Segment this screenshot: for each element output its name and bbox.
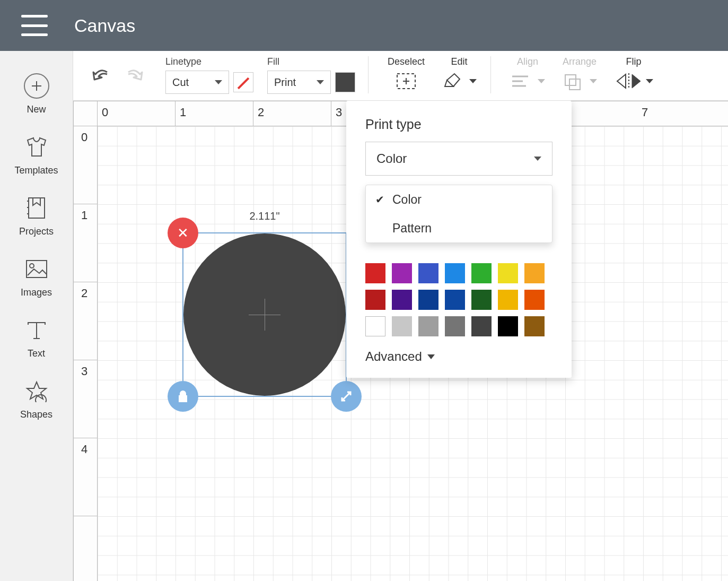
ruler-tick: 7 — [642, 106, 648, 119]
color-swatch[interactable] — [524, 263, 545, 283]
shapes-icon — [24, 378, 49, 404]
align-button: Align — [510, 56, 545, 92]
ruler-tick: 0 — [81, 131, 87, 144]
linetype-select[interactable]: Cut — [165, 71, 229, 94]
app-header: Canvas — [0, 0, 728, 51]
color-swatch[interactable] — [392, 290, 412, 310]
lock-handle[interactable] — [168, 381, 198, 412]
color-swatch[interactable] — [445, 290, 465, 310]
redo-icon[interactable] — [123, 67, 144, 84]
sidebar-label: New — [27, 104, 46, 115]
linetype-swatch[interactable] — [233, 72, 253, 92]
sidebar-item-images[interactable]: Images — [0, 247, 73, 308]
ruler-tick: 2 — [258, 106, 264, 119]
sidebar-item-new[interactable]: New — [0, 64, 73, 125]
color-swatch[interactable] — [418, 290, 438, 310]
selection-size-label: 2.111" — [183, 210, 346, 222]
toolbar-divider — [490, 56, 491, 93]
align-icon — [510, 71, 545, 92]
color-swatch[interactable] — [445, 316, 465, 336]
ruler-tick: 0 — [102, 106, 108, 119]
color-swatch[interactable] — [498, 263, 518, 283]
ruler-vertical: 0 1 2 3 4 — [73, 126, 98, 581]
sidebar-label: Shapes — [20, 409, 52, 420]
sidebar-item-text[interactable]: Text — [0, 308, 73, 369]
svg-rect-11 — [565, 75, 576, 85]
color-swatch[interactable] — [471, 316, 492, 336]
action-label: Align — [517, 56, 538, 67]
color-swatch[interactable] — [524, 290, 545, 310]
fill-select[interactable]: Print — [267, 71, 331, 94]
color-swatch[interactable] — [498, 290, 518, 310]
color-swatch[interactable] — [498, 316, 518, 336]
advanced-toggle[interactable]: Advanced — [365, 349, 552, 364]
color-swatch[interactable] — [392, 316, 412, 336]
sidebar-item-shapes[interactable]: Shapes — [0, 369, 73, 430]
deselect-icon — [395, 71, 417, 92]
ruler-corner — [73, 101, 98, 126]
plus-icon — [24, 73, 49, 99]
sidebar-label: Templates — [14, 165, 58, 176]
ruler-tick: 1 — [81, 209, 87, 222]
color-swatch[interactable] — [471, 263, 492, 283]
color-swatch[interactable] — [524, 316, 545, 336]
sidebar-label: Images — [21, 287, 52, 298]
sidebar-item-templates[interactable]: Templates — [0, 125, 73, 186]
delete-handle[interactable]: ✕ — [168, 218, 198, 248]
color-swatch[interactable] — [445, 263, 465, 283]
toolbar-divider — [368, 56, 369, 93]
caret-down-icon — [427, 354, 435, 359]
circle-shape[interactable] — [183, 233, 346, 396]
undo-redo-group — [86, 67, 150, 84]
action-label: Deselect — [388, 56, 425, 67]
canvas-area[interactable]: 0 1 2 3 7 0 1 2 3 4 2.111" ✕ Print type … — [73, 101, 728, 581]
color-swatch[interactable] — [365, 263, 385, 283]
color-swatch[interactable] — [418, 316, 438, 336]
svg-rect-12 — [569, 79, 580, 90]
ruler-tick: 3 — [81, 365, 87, 378]
option-pattern[interactable]: Pattern — [366, 214, 552, 242]
selection-box[interactable]: 2.111" ✕ — [182, 232, 347, 397]
action-label: Flip — [626, 56, 642, 67]
menu-icon[interactable] — [21, 15, 48, 36]
linetype-label: Linetype — [165, 56, 253, 67]
flip-icon — [614, 71, 653, 92]
linetype-value: Cut — [172, 76, 189, 89]
print-type-dropdown: ✔Color Pattern — [365, 185, 552, 243]
color-swatch[interactable] — [392, 263, 412, 283]
color-swatches — [365, 263, 552, 336]
arrange-button: Arrange — [562, 56, 597, 92]
caret-down-icon — [317, 80, 324, 84]
action-label: Arrange — [563, 56, 597, 67]
color-swatch[interactable] — [418, 263, 438, 283]
sidebar-item-projects[interactable]: Projects — [0, 186, 73, 247]
print-type-value: Color — [376, 151, 407, 166]
fill-swatch[interactable] — [335, 72, 355, 92]
flip-button[interactable]: Flip — [614, 56, 653, 92]
svg-rect-2 — [29, 198, 45, 218]
undo-icon[interactable] — [91, 67, 112, 84]
shirt-icon — [24, 134, 49, 160]
sidebar-label: Text — [28, 348, 45, 359]
deselect-button[interactable]: Deselect — [388, 56, 425, 92]
color-swatch[interactable] — [365, 316, 385, 336]
popover-title: Print type — [365, 117, 552, 132]
ruler-tick: 1 — [180, 106, 186, 119]
edit-icon — [442, 71, 477, 92]
left-sidebar: New Templates Projects Images Text Shape… — [0, 51, 73, 581]
ruler-tick: 3 — [336, 106, 342, 119]
option-label: Color — [392, 193, 422, 207]
svg-point-4 — [30, 264, 34, 268]
color-swatch[interactable] — [365, 290, 385, 310]
text-icon — [24, 317, 49, 343]
print-type-select[interactable]: Color — [365, 142, 552, 176]
action-label: Edit — [451, 56, 468, 67]
scale-handle[interactable] — [331, 381, 362, 412]
ruler-tick: 2 — [81, 287, 87, 300]
option-color[interactable]: ✔Color — [366, 185, 552, 214]
color-swatch[interactable] — [471, 290, 492, 310]
projects-icon — [24, 195, 49, 221]
image-icon — [24, 256, 49, 282]
print-type-popover: Print type Color ✔Color Pattern — [346, 101, 572, 378]
edit-button[interactable]: Edit — [442, 56, 477, 92]
